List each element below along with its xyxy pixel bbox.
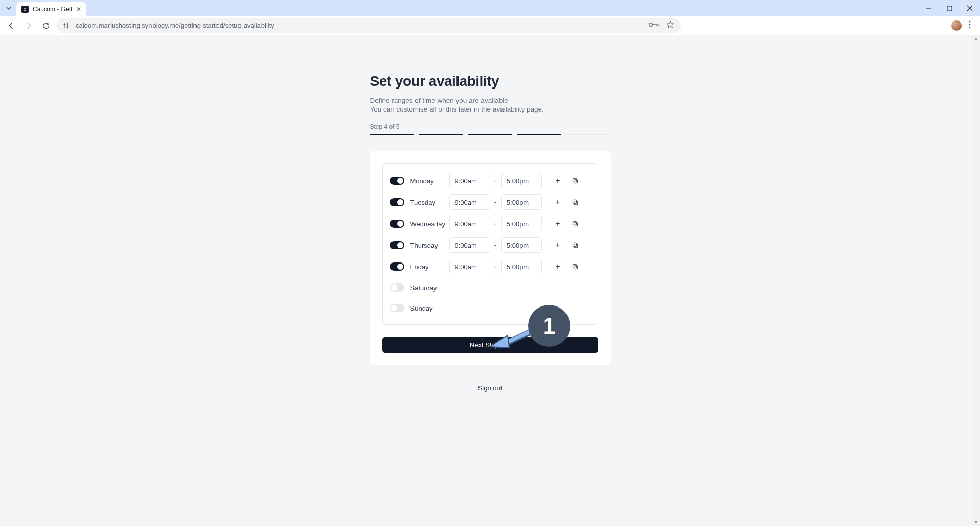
minimize-button[interactable] [919, 0, 939, 16]
end-time-input[interactable]: 5:00pm [501, 194, 542, 210]
maximize-button[interactable] [939, 0, 960, 16]
svg-rect-17 [574, 201, 577, 205]
forward-button[interactable] [21, 18, 36, 33]
page-subtitle-line-1: Define ranges of time when you are avail… [370, 97, 611, 104]
page-title: Set your availability [370, 73, 611, 90]
time-range-dash: - [494, 219, 497, 228]
url-text: calcom.mariushosting.synology.me/getting… [76, 21, 274, 29]
add-range-button[interactable]: + [552, 196, 563, 208]
browser-titlebar: C Cal.com - Gett ✕ [0, 0, 980, 16]
day-toggle[interactable] [390, 304, 404, 312]
back-button[interactable] [4, 18, 18, 33]
scroll-down-icon[interactable]: ▼ [972, 518, 980, 526]
tab-close-icon[interactable]: ✕ [76, 6, 81, 13]
browser-menu-icon[interactable] [969, 20, 971, 31]
progress-bar [370, 134, 611, 135]
day-row: Saturday [390, 277, 591, 298]
copy-icon[interactable] [570, 218, 581, 229]
svg-rect-1 [947, 6, 952, 11]
password-key-icon[interactable] [649, 21, 659, 30]
svg-rect-18 [573, 200, 576, 203]
start-time-input[interactable]: 9:00am [449, 173, 490, 188]
bookmark-star-icon[interactable] [666, 20, 674, 31]
svg-rect-20 [573, 221, 576, 225]
day-toggle[interactable] [390, 283, 404, 292]
close-window-button[interactable] [960, 0, 980, 16]
tab-favicon: C [21, 6, 29, 13]
next-step-button[interactable]: Next Step [382, 337, 598, 353]
day-row: Thursday9:00am-5:00pm+ [390, 234, 591, 256]
start-time-input[interactable]: 9:00am [449, 259, 490, 274]
end-time-input[interactable]: 5:00pm [501, 259, 542, 274]
step-label: Step 4 of 5 [370, 123, 611, 130]
progress-segment [468, 134, 512, 135]
page-body: ▲ ▼ Set your availability Define ranges … [0, 35, 980, 526]
copy-icon[interactable] [570, 261, 581, 272]
day-row: Tuesday9:00am-5:00pm+ [390, 191, 591, 213]
browser-toolbar: calcom.mariushosting.synology.me/getting… [0, 16, 980, 35]
end-time-input[interactable]: 5:00pm [501, 237, 542, 253]
day-row: Friday9:00am-5:00pm+ [390, 256, 591, 277]
page-subtitle-line-2: You can customise all of this later in t… [370, 105, 611, 113]
scroll-up-icon[interactable]: ▲ [972, 35, 980, 42]
svg-rect-22 [573, 243, 576, 246]
add-range-button[interactable]: + [552, 261, 563, 272]
end-time-input[interactable]: 5:00pm [501, 216, 542, 231]
day-toggle[interactable] [390, 262, 404, 271]
svg-point-12 [969, 20, 971, 22]
progress-segment [566, 134, 611, 135]
reload-button[interactable] [39, 18, 53, 33]
day-label: Tuesday [410, 199, 449, 206]
start-time-input[interactable]: 9:00am [449, 194, 490, 210]
start-time-input[interactable]: 9:00am [449, 216, 490, 231]
day-toggle[interactable] [390, 241, 404, 249]
start-time-input[interactable]: 9:00am [449, 237, 490, 253]
tab-search-button[interactable] [5, 5, 12, 12]
copy-icon[interactable] [570, 175, 581, 186]
add-range-button[interactable]: + [552, 175, 563, 186]
time-range-dash: - [494, 240, 497, 250]
next-step-label: Next Step [470, 341, 499, 349]
day-toggle[interactable] [390, 198, 404, 206]
time-range-dash: - [494, 176, 497, 185]
svg-rect-19 [574, 223, 577, 226]
profile-avatar[interactable] [951, 20, 962, 31]
availability-card: Monday9:00am-5:00pm+Tuesday9:00am-5:00pm… [370, 151, 611, 365]
site-settings-icon[interactable] [62, 21, 71, 30]
add-range-button[interactable]: + [552, 239, 563, 251]
day-label: Wednesday [410, 220, 449, 228]
copy-icon[interactable] [570, 196, 581, 208]
scrollbar[interactable]: ▲ ▼ [972, 35, 980, 526]
day-toggle[interactable] [390, 220, 404, 228]
svg-rect-21 [574, 244, 577, 248]
day-row: Sunday [390, 298, 591, 318]
address-bar[interactable]: calcom.mariushosting.synology.me/getting… [56, 18, 681, 33]
end-time-input[interactable]: 5:00pm [501, 173, 542, 188]
day-label: Sunday [410, 304, 449, 312]
schedule-list: Monday9:00am-5:00pm+Tuesday9:00am-5:00pm… [382, 163, 598, 325]
day-row: Wednesday9:00am-5:00pm+ [390, 213, 591, 234]
progress-segment [370, 134, 415, 135]
day-label: Friday [410, 263, 449, 271]
svg-rect-15 [574, 180, 577, 183]
add-range-button[interactable]: + [552, 218, 563, 229]
copy-icon[interactable] [570, 239, 581, 251]
day-row: Monday9:00am-5:00pm+ [390, 170, 591, 191]
tab-title: Cal.com - Gett [33, 6, 72, 13]
day-label: Thursday [410, 242, 449, 249]
day-toggle[interactable] [390, 177, 404, 185]
svg-point-8 [649, 23, 653, 26]
svg-point-13 [969, 24, 971, 25]
svg-rect-24 [573, 264, 576, 268]
browser-tab[interactable]: C Cal.com - Gett ✕ [16, 2, 86, 16]
time-range-dash: - [494, 262, 497, 271]
sign-out-link[interactable]: Sign out [370, 384, 611, 392]
arrow-right-icon [503, 341, 510, 348]
progress-segment [517, 134, 561, 135]
window-controls [919, 0, 980, 16]
progress-segment [419, 134, 463, 135]
svg-rect-16 [573, 178, 576, 182]
time-range-dash: - [494, 198, 497, 207]
day-label: Monday [410, 177, 449, 185]
svg-rect-23 [574, 266, 577, 269]
